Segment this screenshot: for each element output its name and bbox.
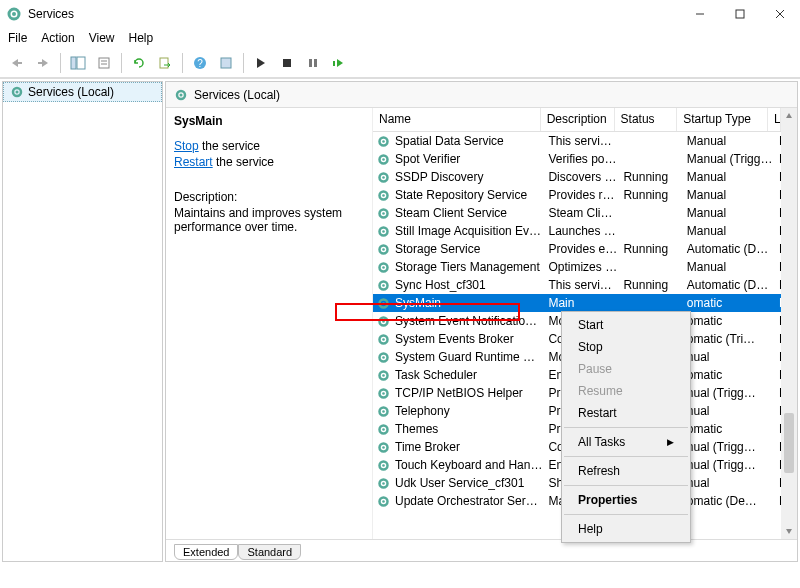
ctx-help[interactable]: Help <box>562 518 690 540</box>
cell-name: Sync Host_cf301 <box>391 278 544 292</box>
svg-rect-8 <box>71 57 76 69</box>
cell-start: nual (Trigg… <box>683 386 775 400</box>
back-button[interactable] <box>6 52 28 74</box>
svg-point-22 <box>16 91 19 94</box>
right-pane: Services (Local) SysMain Stop the servic… <box>165 81 798 562</box>
col-status[interactable]: Status <box>615 108 678 131</box>
svg-rect-17 <box>283 59 291 67</box>
cell-start: omatic (Tri… <box>683 332 775 346</box>
cell-name: Touch Keyboard and Handw… <box>391 458 544 472</box>
cell-desc: Provides ena… <box>544 242 619 256</box>
cell-name: System Event Notification S… <box>391 314 544 328</box>
gear-icon <box>375 133 391 149</box>
forward-button[interactable] <box>32 52 54 74</box>
svg-rect-7 <box>38 62 42 64</box>
scroll-up-button[interactable] <box>781 108 797 124</box>
cell-start: Manual <box>683 260 775 274</box>
svg-point-42 <box>382 284 385 287</box>
service-row[interactable]: Storage Tiers ManagementOptimizes th…Man… <box>373 258 781 276</box>
refresh-button[interactable] <box>128 52 150 74</box>
cell-start: omatic (De… <box>683 494 775 508</box>
tree-item-services-local[interactable]: Services (Local) <box>3 82 162 102</box>
ctx-start[interactable]: Start <box>562 314 690 336</box>
help2-toolbar-button[interactable] <box>215 52 237 74</box>
svg-point-38 <box>382 248 385 251</box>
scroll-thumb[interactable] <box>784 413 794 473</box>
menu-view[interactable]: View <box>89 31 115 45</box>
pause-service-button[interactable] <box>302 52 324 74</box>
svg-rect-10 <box>99 58 109 68</box>
cell-start: Manual (Trigg… <box>683 152 775 166</box>
service-row[interactable]: Storage ServiceProvides ena…RunningAutom… <box>373 240 781 258</box>
service-row[interactable]: State Repository ServiceProvides req…Run… <box>373 186 781 204</box>
menu-file[interactable]: File <box>8 31 27 45</box>
svg-rect-13 <box>160 58 168 68</box>
toolbar: ? <box>0 48 800 78</box>
properties-toolbar-button[interactable] <box>93 52 115 74</box>
tree-item-label: Services (Local) <box>28 85 114 99</box>
cell-name: Steam Client Service <box>391 206 544 220</box>
service-row[interactable]: Steam Client ServiceSteam Client…ManualL… <box>373 204 781 222</box>
tab-standard[interactable]: Standard <box>238 544 301 560</box>
col-description[interactable]: Description <box>541 108 615 131</box>
cell-name: Time Broker <box>391 440 544 454</box>
ctx-stop[interactable]: Stop <box>562 336 690 358</box>
vertical-scrollbar[interactable] <box>781 108 797 539</box>
maximize-button[interactable] <box>720 0 760 28</box>
gear-icon <box>375 223 391 239</box>
ctx-resume: Resume <box>562 380 690 402</box>
service-row[interactable]: Spatial Data ServiceThis service i..Manu… <box>373 132 781 150</box>
cell-name: SysMain <box>391 296 544 310</box>
minimize-button[interactable] <box>680 0 720 28</box>
cell-desc: Launches ap… <box>544 224 619 238</box>
cell-start: omatic <box>683 422 775 436</box>
close-button[interactable] <box>760 0 800 28</box>
help-toolbar-button[interactable]: ? <box>189 52 211 74</box>
svg-rect-16 <box>221 58 231 68</box>
col-name[interactable]: Name <box>373 108 541 131</box>
service-row[interactable]: Still Image Acquisition EventsLaunches a… <box>373 222 781 240</box>
cell-desc: Optimizes th… <box>544 260 619 274</box>
service-row[interactable]: Spot VerifierVerifies pote…Manual (Trigg… <box>373 150 781 168</box>
restart-service-button[interactable] <box>328 52 350 74</box>
col-startup-type[interactable]: Startup Type <box>677 108 768 131</box>
menu-help[interactable]: Help <box>129 31 154 45</box>
cell-name: Spot Verifier <box>391 152 544 166</box>
cell-status: Running <box>619 188 682 202</box>
svg-rect-9 <box>77 57 85 69</box>
service-row[interactable]: Sync Host_cf301This service …RunningAuto… <box>373 276 781 294</box>
menubar: File Action View Help <box>0 28 800 48</box>
ctx-refresh[interactable]: Refresh <box>562 460 690 482</box>
description-label: Description: <box>174 190 364 204</box>
svg-point-48 <box>382 338 385 341</box>
cell-start: nual (Trigg… <box>683 458 775 472</box>
svg-point-50 <box>382 356 385 359</box>
gear-icon <box>375 349 391 365</box>
service-row[interactable]: SysMainMainomaticLoc <box>373 294 781 312</box>
svg-point-28 <box>382 158 385 161</box>
stop-service-button[interactable] <box>276 52 298 74</box>
stop-service-link[interactable]: Stop <box>174 139 199 153</box>
restart-service-link[interactable]: Restart <box>174 155 213 169</box>
svg-point-34 <box>382 212 385 215</box>
tab-extended[interactable]: Extended <box>174 544 238 560</box>
menu-action[interactable]: Action <box>41 31 74 45</box>
start-service-button[interactable] <box>250 52 272 74</box>
ctx-properties[interactable]: Properties <box>562 489 690 511</box>
ctx-all-tasks[interactable]: All Tasks▶ <box>562 431 690 453</box>
cell-name: Storage Service <box>391 242 544 256</box>
cell-name: Still Image Acquisition Events <box>391 224 544 238</box>
ctx-restart[interactable]: Restart <box>562 402 690 424</box>
description-text: Maintains and improves system performanc… <box>174 206 364 234</box>
export-list-button[interactable] <box>154 52 176 74</box>
scroll-down-button[interactable] <box>781 523 797 539</box>
view-tabs: Extended Standard <box>166 539 797 561</box>
svg-point-66 <box>382 500 385 503</box>
svg-rect-19 <box>314 59 317 67</box>
gear-icon <box>375 493 391 509</box>
service-row[interactable]: SSDP DiscoveryDiscovers ne…RunningManual… <box>373 168 781 186</box>
gear-icon <box>375 421 391 437</box>
cell-desc: Discovers ne… <box>544 170 619 184</box>
show-hide-tree-button[interactable] <box>67 52 89 74</box>
col-logon-as[interactable]: Log <box>768 108 781 131</box>
